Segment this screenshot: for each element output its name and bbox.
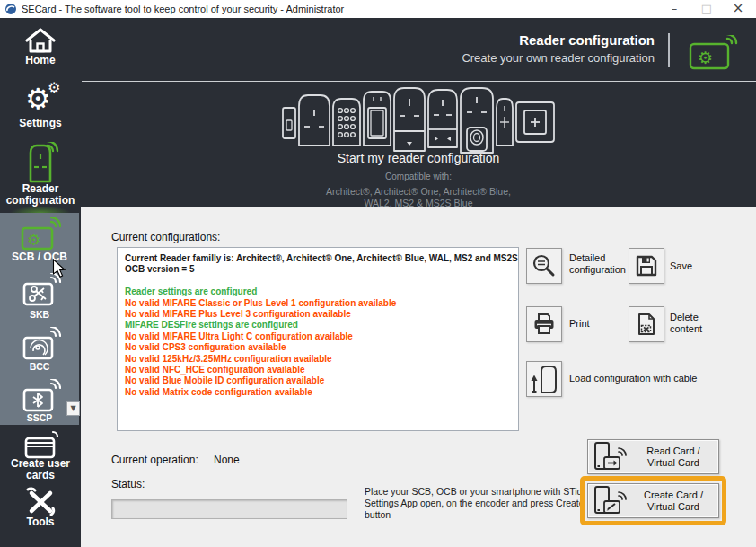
magnifier-icon <box>532 253 557 278</box>
load-configuration-button[interactable] <box>526 361 562 397</box>
compatible-families-line1: Architect®, Architect® One, Architect® B… <box>81 186 756 198</box>
print-button[interactable] <box>526 306 562 342</box>
read-card-button[interactable]: Read Card / Virtual Card <box>587 439 719 474</box>
current-configurations-label: Current configurations: <box>111 231 220 243</box>
instruction-line2: Settings App open, on the encoder and pr… <box>365 498 607 521</box>
window-title: SECard - The software tool to keep contr… <box>22 4 344 14</box>
save-icon <box>635 254 658 278</box>
save-label: Save <box>670 260 692 272</box>
header-divider-line <box>82 81 756 82</box>
detailed-configuration-button[interactable] <box>526 248 562 284</box>
config-line: MIFARE DESFire settings are configured <box>125 320 511 331</box>
load-cable-icon <box>528 363 560 395</box>
current-operation-label: Current operation: <box>111 454 198 466</box>
create-card-label-line2: Virtual Card <box>629 501 718 513</box>
status-label: Status: <box>111 478 145 490</box>
reader-configuration-icon <box>27 142 61 183</box>
page-title: Reader configuration <box>377 32 655 48</box>
bcc-icon <box>22 327 61 361</box>
svg-text:⚙: ⚙ <box>698 48 713 67</box>
title-bar: SECard - The software tool to keep contr… <box>0 0 756 18</box>
app-icon <box>4 3 17 15</box>
create-card-button[interactable]: Create Card / Virtual Card <box>587 483 719 518</box>
config-line: Reader settings are configured <box>125 287 511 297</box>
create-user-cards-icon <box>23 429 61 460</box>
print-label: Print <box>569 318 590 330</box>
tools-icon <box>25 487 56 516</box>
save-button[interactable] <box>629 248 664 284</box>
sidebar-item-reader-configuration[interactable]: Reader configuration <box>0 183 81 207</box>
sscp-icon <box>22 379 61 413</box>
close-button[interactable]: × <box>725 0 752 18</box>
page-header: Reader configuration Create your own rea… <box>377 32 655 65</box>
settings-small-gear-icon: ⚙ <box>48 81 60 95</box>
read-card-icon <box>593 442 629 472</box>
minimize-button[interactable]: – <box>661 0 688 18</box>
scb-ocb-icon: ⚙ <box>20 217 61 251</box>
config-line: No valid NFC_HCE configuration available <box>125 365 511 375</box>
sidebar-item-bcc[interactable]: BCC <box>0 361 79 373</box>
mouse-cursor <box>52 259 66 278</box>
compatible-families-line2: WAL2, MS2 & MS2S Blue <box>81 198 756 209</box>
delete-content-label: Delete content <box>670 312 718 335</box>
config-line: No valid 125kHz/3.25MHz configuration av… <box>125 354 511 365</box>
sidebar-item-settings[interactable]: Settings <box>0 118 81 129</box>
config-line: No valid Blue Mobile ID configuration av… <box>125 375 511 386</box>
instruction-line1: Place your SCB, OCB or your smartphone w… <box>365 486 607 498</box>
reader-config-header-icon: ⚙ <box>688 35 738 71</box>
config-line: No valid MIFARE Plus Level 3 configurati… <box>125 309 511 320</box>
printer-icon <box>532 313 556 336</box>
page-subtitle: Create your own reader configuration <box>377 51 655 65</box>
config-line: No valid CPS3 configuration available <box>125 342 511 353</box>
maximize-button[interactable]: □ <box>693 0 720 18</box>
sidebar-item-create-user-cards[interactable]: Create user cards <box>0 458 81 481</box>
sidebar-item-tools[interactable]: Tools <box>0 516 81 528</box>
config-line: No valid Matrix code configuration avail… <box>125 387 511 398</box>
config-line: OCB version = 5 <box>125 264 511 275</box>
config-line: No valid MIFARE Ultra Light C configurat… <box>125 331 511 342</box>
read-card-label-line1: Read Card / <box>629 446 718 457</box>
reader-devices-illustration <box>282 86 555 154</box>
create-card-icon <box>593 486 629 516</box>
compatible-with-label: Compatible with: <box>81 172 756 181</box>
status-progress-bar <box>111 499 347 519</box>
create-card-label-line1: Create Card / <box>629 490 718 501</box>
delete-content-button[interactable] <box>629 306 664 342</box>
delete-document-icon <box>635 313 658 336</box>
load-configuration-label: Load configuration with cable <box>569 373 756 384</box>
start-reader-configuration-label: Start my reader configuration <box>81 151 756 165</box>
sidebar-item-scb-ocb[interactable]: SCB / OCB <box>0 251 79 263</box>
header-vertical-divider <box>668 33 670 67</box>
encoder-instructions: Place your SCB, OCB or your smartphone w… <box>365 486 607 521</box>
config-line: Current Reader familly is: Architect®, A… <box>125 253 511 264</box>
sidebar-item-home[interactable]: Home <box>0 55 81 66</box>
config-line <box>125 276 511 287</box>
read-card-label-line2: Virtual Card <box>629 457 718 469</box>
panel-scroll-down-button[interactable]: ▼ <box>66 401 80 416</box>
configuration-summary-box: Current Reader familly is: Architect®, A… <box>117 247 519 431</box>
config-line: No valid MIFARE Classic or Plus Level 1 … <box>125 298 511 309</box>
home-icon <box>24 27 57 54</box>
sidebar-item-skb[interactable]: SKB <box>0 309 79 321</box>
current-operation-value: None <box>214 454 240 466</box>
svg-text:⚙: ⚙ <box>27 231 40 249</box>
hero-text-block: Start my reader configuration Compatible… <box>81 151 756 209</box>
